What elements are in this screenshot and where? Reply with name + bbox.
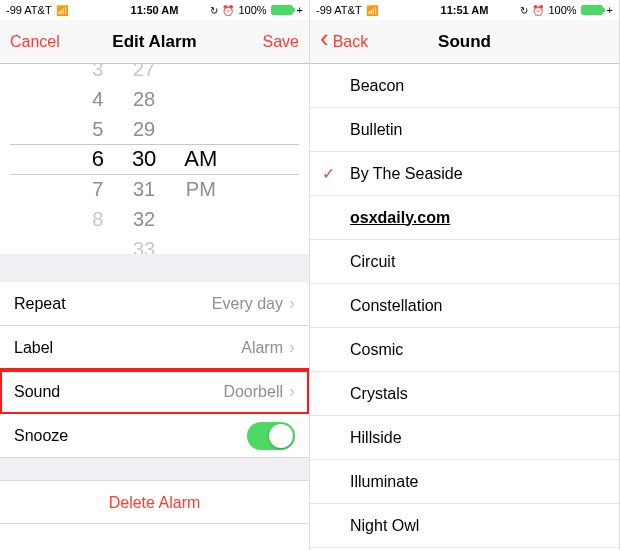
- snooze-toggle[interactable]: [247, 422, 295, 450]
- battery-pct: 100%: [548, 4, 576, 16]
- rotation-lock-icon: [520, 4, 528, 16]
- chevron-right-icon: ›: [289, 337, 295, 358]
- sound-option-label: Cosmic: [350, 341, 403, 359]
- picker-hour: 5: [92, 114, 103, 144]
- picker-minute: 32: [133, 204, 155, 234]
- repeat-label: Repeat: [14, 295, 212, 313]
- checkmark-icon: ✓: [322, 164, 335, 183]
- wifi-icon: [366, 4, 378, 16]
- picker-ampm-selected: AM: [184, 144, 217, 174]
- snooze-label: Snooze: [14, 427, 247, 445]
- page-title: Edit Alarm: [100, 32, 208, 52]
- sound-option-label: Night Owl: [350, 517, 419, 535]
- cancel-button[interactable]: Cancel: [10, 33, 100, 51]
- page-title: Sound: [410, 32, 518, 52]
- ampm-wheel[interactable]: AM PM: [184, 64, 217, 254]
- picker-minute: 31: [133, 174, 155, 204]
- clock-time: 11:51 AM: [415, 4, 514, 16]
- picker-minute: 33: [133, 234, 155, 254]
- battery-pct: 100%: [238, 4, 266, 16]
- picker-hour-selected: 6: [92, 144, 104, 174]
- wifi-icon: [56, 4, 68, 16]
- minute-wheel[interactable]: 27 28 29 30 31 32 33: [132, 64, 156, 254]
- sound-row[interactable]: Sound Doorbell ›: [0, 370, 309, 414]
- sound-screen: -99 AT&T 11:51 AM 100% + Back Sound Beac…: [310, 0, 620, 550]
- chevron-left-icon: [320, 33, 331, 51]
- sound-option[interactable]: ✓By The Seaside: [310, 152, 619, 196]
- repeat-value: Every day: [212, 295, 283, 313]
- snooze-row: Snooze: [0, 414, 309, 458]
- sound-option[interactable]: Illuminate: [310, 460, 619, 504]
- status-bar: -99 AT&T 11:51 AM 100% +: [310, 0, 619, 20]
- sound-option[interactable]: Night Owl: [310, 504, 619, 548]
- rotation-lock-icon: [210, 4, 218, 16]
- sound-option-label: Circuit: [350, 253, 395, 271]
- delete-alarm-button[interactable]: Delete Alarm: [0, 480, 309, 524]
- sound-option-label: By The Seaside: [350, 165, 463, 183]
- label-value: Alarm: [241, 339, 283, 357]
- sound-option-label: Bulletin: [350, 121, 402, 139]
- sound-value: Doorbell: [223, 383, 283, 401]
- picker-hour: 8: [92, 204, 103, 234]
- picker-ampm: PM: [186, 174, 216, 204]
- sound-option[interactable]: Constellation: [310, 284, 619, 328]
- sound-option-label: Crystals: [350, 385, 408, 403]
- battery-icon: [271, 5, 293, 15]
- picker-minute: 28: [133, 84, 155, 114]
- sound-option[interactable]: Crystals: [310, 372, 619, 416]
- sound-option[interactable]: Circuit: [310, 240, 619, 284]
- nav-bar: Cancel Edit Alarm Save: [0, 20, 309, 64]
- sound-list[interactable]: BeaconBulletin✓By The Seasideosxdaily.co…: [310, 64, 619, 550]
- sound-option[interactable]: Cosmic: [310, 328, 619, 372]
- picker-hour: 7: [92, 174, 103, 204]
- picker-hour: 4: [92, 84, 103, 114]
- sound-label: Sound: [14, 383, 223, 401]
- edit-alarm-screen: -99 AT&T 11:50 AM 100% + Cancel Edit Ala…: [0, 0, 310, 550]
- back-button[interactable]: Back: [320, 33, 410, 51]
- time-picker[interactable]: 3 4 5 6 7 8 27 28 29 30 31 32 33 AM PM: [0, 64, 309, 254]
- sound-option[interactable]: osxdaily.com: [310, 196, 619, 240]
- signal-text: -99 AT&T: [6, 4, 52, 16]
- sound-option-label: Hillside: [350, 429, 402, 447]
- sound-option-label: Constellation: [350, 297, 443, 315]
- repeat-row[interactable]: Repeat Every day ›: [0, 282, 309, 326]
- chevron-right-icon: ›: [289, 293, 295, 314]
- nav-bar: Back Sound: [310, 20, 619, 64]
- clock-time: 11:50 AM: [105, 4, 204, 16]
- picker-minute: 27: [133, 64, 155, 84]
- back-label: Back: [333, 33, 369, 51]
- sound-option-label: Beacon: [350, 77, 404, 95]
- alarm-icon: [532, 4, 544, 16]
- alarm-icon: [222, 4, 234, 16]
- label-row[interactable]: Label Alarm ›: [0, 326, 309, 370]
- sound-option[interactable]: Hillside: [310, 416, 619, 460]
- battery-icon: [581, 5, 603, 15]
- hour-wheel[interactable]: 3 4 5 6 7 8: [92, 64, 104, 254]
- label-label: Label: [14, 339, 241, 357]
- picker-hour: 3: [92, 64, 103, 84]
- picker-minute: 29: [133, 114, 155, 144]
- sound-option[interactable]: Bulletin: [310, 108, 619, 152]
- save-button[interactable]: Save: [209, 33, 299, 51]
- sound-option[interactable]: Beacon: [310, 64, 619, 108]
- settings-group: Repeat Every day › Label Alarm › Sound D…: [0, 254, 309, 524]
- chevron-right-icon: ›: [289, 381, 295, 402]
- sound-option-label: osxdaily.com: [350, 209, 450, 227]
- signal-text: -99 AT&T: [316, 4, 362, 16]
- charging-icon: +: [607, 4, 613, 16]
- picker-minute-selected: 30: [132, 144, 156, 174]
- sound-option-label: Illuminate: [350, 473, 418, 491]
- charging-icon: +: [297, 4, 303, 16]
- status-bar: -99 AT&T 11:50 AM 100% +: [0, 0, 309, 20]
